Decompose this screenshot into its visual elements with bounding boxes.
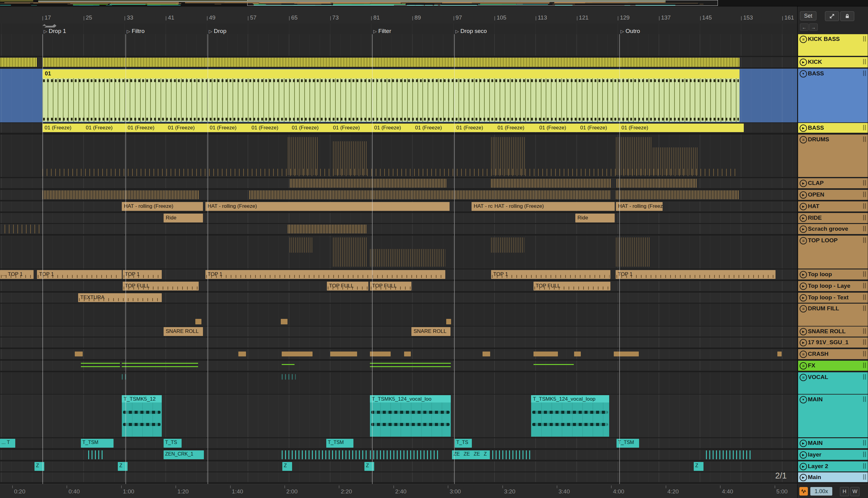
clip[interactable]: 01 (Freeze) <box>372 123 417 132</box>
lock-icon[interactable] <box>840 11 854 21</box>
clip[interactable] <box>290 237 313 253</box>
clip[interactable]: TOP FULL <box>534 281 610 290</box>
clip[interactable] <box>616 191 739 199</box>
next-locator-button[interactable]: → <box>809 24 818 31</box>
track-header-toploop_g[interactable]: ≡TOP LOOP <box>798 236 868 268</box>
locator-flag[interactable]: ▷Drop <box>209 28 226 35</box>
track-header-kickbass[interactable]: ≡KICK BASS <box>798 34 868 56</box>
group-icon[interactable]: ≡ <box>800 305 807 313</box>
play-icon[interactable]: ▶ <box>800 191 807 199</box>
locator-flag[interactable]: ▷Drop 1 <box>44 28 66 35</box>
track-lane-layer[interactable]: ZEN_CRK_1ZEZEZEZ <box>0 450 797 460</box>
track-lane-kick[interactable] <box>0 57 797 67</box>
group-icon[interactable]: ≡ <box>800 237 807 245</box>
track-lane-toploop[interactable]: ... TOP 1TOP 1TOP 1TOP 1TOP 1TOP 1 <box>0 270 797 279</box>
track-lane-ride[interactable]: RideRide <box>0 213 797 223</box>
clip[interactable]: TOP 1 <box>37 270 122 279</box>
clip[interactable]: HAT - rolling (Freeze) <box>616 202 662 211</box>
track-lane-drumfill[interactable] <box>0 304 797 326</box>
play-icon[interactable]: ▶ <box>800 124 807 132</box>
track-header-vocal_g[interactable]: ≡VOCAL <box>798 372 868 394</box>
clip[interactable]: 01 (Freeze) <box>331 123 376 132</box>
clip[interactable]: 01 (Freeze) <box>249 123 293 132</box>
clip[interactable]: 01 <box>42 69 739 122</box>
track-lane-main2[interactable]: ... TT_TSMT_TST_TSMT_TST_TSM <box>0 438 797 448</box>
track-lane-crash[interactable] <box>0 349 797 359</box>
clip[interactable] <box>617 179 697 188</box>
clip[interactable]: Ride <box>575 214 615 222</box>
clip[interactable]: 01 (Freeze) <box>537 123 582 132</box>
clip[interactable]: 01 (Freeze) <box>166 123 211 132</box>
clip[interactable] <box>333 237 367 267</box>
draw-mode-icon[interactable] <box>799 487 808 496</box>
beat-time-ruler[interactable]: 1725334149576573818997105113121129137145… <box>0 6 797 24</box>
group-icon[interactable]: ≡ <box>800 36 807 43</box>
clip[interactable]: Z <box>118 462 128 471</box>
track-header-mainlight[interactable]: ▶Main <box>798 472 868 482</box>
track-header-bass[interactable]: ▶BASS <box>798 123 868 133</box>
track-header-toploop[interactable]: ▶Top loop <box>798 270 868 279</box>
track-header-main2[interactable]: ▶MAIN <box>798 438 868 448</box>
clip[interactable]: TOP 1 <box>123 270 162 279</box>
clip[interactable] <box>616 237 650 267</box>
track-header-drumfill[interactable]: ≡DRUM FILL <box>798 304 868 326</box>
locator-flag[interactable]: ▷Filter <box>373 28 391 35</box>
track-header-bass_x[interactable]: ▼BASS <box>798 69 868 122</box>
clip[interactable] <box>122 374 129 380</box>
clip[interactable] <box>404 352 411 356</box>
track-lane-open[interactable] <box>0 190 797 200</box>
track-header-clap[interactable]: ▶CLAP <box>798 178 868 188</box>
track-lane-fx[interactable] <box>0 361 797 371</box>
locator-flag[interactable]: ▷Outro <box>620 28 640 35</box>
clip[interactable] <box>330 352 357 356</box>
clip[interactable]: Z <box>482 450 489 459</box>
clip[interactable]: T_TSM <box>617 439 639 448</box>
clip[interactable]: HAT - rolling (Freeze) <box>206 202 450 211</box>
arrangement-overview[interactable] <box>0 0 868 6</box>
clip[interactable]: 01 (Freeze) <box>413 123 458 132</box>
play-icon[interactable]: ▶ <box>800 294 807 301</box>
track-header-fx[interactable]: ≡FX <box>798 361 868 371</box>
track-lane-toploop_text[interactable]: TEXTURA <box>0 293 797 303</box>
clip[interactable] <box>574 352 581 356</box>
track-lane-drums[interactable] <box>0 134 797 177</box>
clip[interactable]: T_TSM <box>326 439 353 448</box>
clip[interactable] <box>534 352 558 356</box>
clip[interactable]: 01 (Freeze) <box>495 123 541 132</box>
track-lane-vocal_g[interactable] <box>0 372 797 394</box>
down-icon[interactable]: ▼ <box>800 396 807 403</box>
clip[interactable] <box>483 352 490 356</box>
clip[interactable] <box>42 191 199 199</box>
clip[interactable] <box>446 319 451 324</box>
locator-flag[interactable]: ▷Filtro <box>127 28 145 35</box>
clip[interactable] <box>81 361 120 370</box>
clip[interactable] <box>282 374 296 380</box>
play-icon[interactable]: ▶ <box>800 440 807 447</box>
clip[interactable]: T_TSMK5_124_vocal_loo <box>370 395 451 437</box>
track-header-toploop_laye[interactable]: ▶Top loop - Laye <box>798 281 868 291</box>
track-header-layer2[interactable]: ▶Layer 2 <box>798 461 868 471</box>
track-header-hat[interactable]: ▶HAT <box>798 201 868 211</box>
play-icon[interactable]: ▶ <box>800 451 807 459</box>
play-icon[interactable]: ▶ <box>800 58 807 66</box>
clip[interactable] <box>489 450 530 459</box>
clip[interactable]: ... TOP 1 <box>0 270 34 279</box>
track-lane-snareroll[interactable]: SNARE ROLLSNARE ROLL <box>0 327 797 337</box>
track-header-ride[interactable]: ▶RIDE <box>798 213 868 223</box>
track-lane-clap[interactable] <box>0 178 797 188</box>
track-header-sgu[interactable]: ▶17 91V_SGU_1 <box>798 338 868 348</box>
clip[interactable] <box>282 450 368 459</box>
clip[interactable] <box>370 450 438 459</box>
set-locator-button[interactable]: Set <box>800 11 816 21</box>
clip[interactable] <box>122 361 198 370</box>
clip[interactable] <box>249 191 610 199</box>
clip[interactable] <box>534 361 574 370</box>
clip[interactable]: HAT - rolling (Freeze) <box>492 202 615 211</box>
group-icon[interactable]: ≡ <box>800 374 807 381</box>
play-icon[interactable]: ▶ <box>800 203 807 210</box>
clip[interactable] <box>370 249 445 267</box>
clip[interactable] <box>288 225 367 233</box>
height-zoom-button[interactable]: H <box>840 487 849 496</box>
clip[interactable] <box>195 319 201 324</box>
clip[interactable]: 01 (Freeze) <box>208 123 253 132</box>
